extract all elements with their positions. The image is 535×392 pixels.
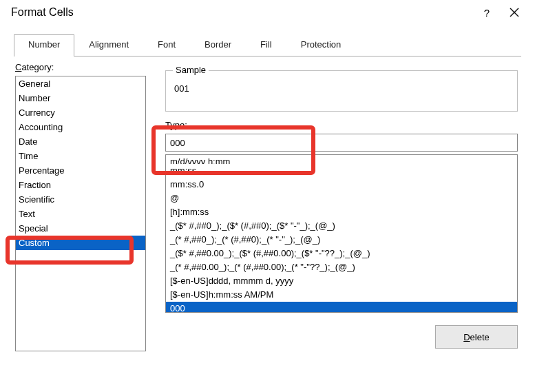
format-item[interactable]: m/d/yyyy h:mm	[166, 155, 517, 164]
close-button[interactable]	[501, 2, 528, 23]
type-label: Type:	[165, 120, 187, 130]
tab-font[interactable]: Font	[143, 34, 190, 56]
tab-strip: Number Alignment Font Border Fill Protec…	[14, 34, 535, 56]
tab-number[interactable]: Number	[14, 34, 74, 56]
category-item-custom[interactable]: Custom	[16, 236, 145, 250]
category-item-percentage[interactable]: Percentage	[16, 163, 145, 178]
format-item[interactable]: mm:ss	[166, 164, 517, 178]
category-item-scientific[interactable]: Scientific	[16, 192, 145, 207]
category-list[interactable]: General Number Currency Accounting Date …	[15, 76, 146, 351]
category-item-special[interactable]: Special	[16, 221, 145, 236]
format-item[interactable]: _($* #,##0_);_($* (#,##0);_($* "-"_);_(@…	[166, 219, 517, 233]
category-item-accounting[interactable]: Accounting	[16, 120, 145, 134]
format-item[interactable]: _(* #,##0_);_(* (#,##0);_(* "-"_);_(@_)	[166, 233, 517, 247]
tab-alignment[interactable]: Alignment	[74, 34, 143, 56]
tab-fill[interactable]: Fill	[246, 34, 286, 56]
category-item-time[interactable]: Time	[16, 149, 145, 163]
sample-value: 001	[166, 71, 517, 94]
format-item[interactable]: @	[166, 192, 517, 205]
delete-button[interactable]: Delete	[435, 325, 518, 349]
window-title: Format Cells	[11, 6, 74, 19]
format-item[interactable]: _(* #,##0.00_);_(* (#,##0.00);_(* "-"??_…	[166, 260, 517, 274]
format-list[interactable]: m/d/yyyy h:mm mm:ss mm:ss.0 @ [h]:mm:ss …	[165, 154, 518, 313]
category-item-fraction[interactable]: Fraction	[16, 178, 145, 192]
format-item-selected[interactable]: 000	[166, 302, 517, 313]
category-label: Category:	[15, 62, 54, 72]
category-item-text[interactable]: Text	[16, 207, 145, 221]
format-item[interactable]: [h]:mm:ss	[166, 205, 517, 219]
sample-group: Sample 001	[165, 70, 518, 112]
format-item[interactable]: mm:ss.0	[166, 178, 517, 192]
format-item[interactable]: [$-en-US]dddd, mmmm d, yyyy	[166, 274, 517, 288]
tab-protection[interactable]: Protection	[286, 34, 356, 56]
type-input[interactable]	[165, 134, 518, 152]
category-item-general[interactable]: General	[16, 76, 145, 91]
format-item[interactable]: _($* #,##0.00_);_($* (#,##0.00);_($* "-"…	[166, 247, 517, 260]
category-item-currency[interactable]: Currency	[16, 105, 145, 120]
titlebar: Format Cells ?	[0, 0, 535, 25]
close-icon	[510, 8, 519, 17]
category-item-number[interactable]: Number	[16, 91, 145, 105]
tab-border[interactable]: Border	[190, 34, 246, 56]
sample-label: Sample	[173, 65, 209, 75]
category-item-date[interactable]: Date	[16, 134, 145, 149]
format-item[interactable]: [$-en-US]h:mm:ss AM/PM	[166, 288, 517, 302]
help-button[interactable]: ?	[473, 2, 501, 23]
